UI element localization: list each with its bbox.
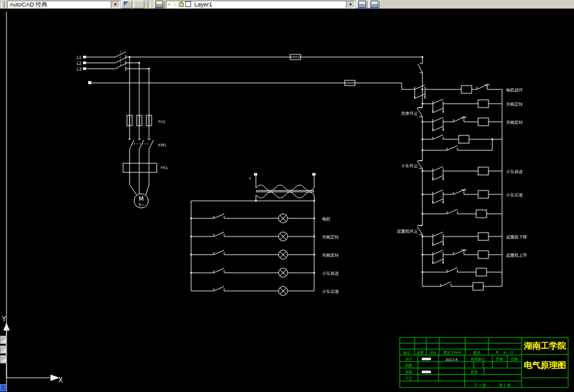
rev-header-docno: 更改文件号 [443, 351, 461, 354]
minimized-palette-icon-2[interactable] [0, 345, 7, 354]
schematic-svg: L1 L2 L3 FU1 KM1 FR1 M 3~ [0, 9, 574, 392]
motor-symbol-letter: M [139, 196, 144, 202]
rev-header-mark: 标记 [403, 351, 411, 355]
school-name: 湖南工学院 [523, 341, 566, 351]
lamp-label-motor: 电机 [322, 216, 331, 222]
field-stage-mark: 阶段标记 [471, 357, 486, 362]
phase-label-l1: L1 [76, 55, 82, 60]
field-approve: 批准 [471, 370, 479, 375]
palette-thumbnail [1, 347, 6, 352]
phase-label-l3: L3 [76, 67, 82, 72]
workspace-combobox[interactable]: AutoCAD 经典 ▾ [7, 1, 120, 8]
layer-freeze-sun-icon[interactable]: ☼ [172, 1, 178, 7]
minimized-palette-icon-3[interactable] [0, 355, 7, 363]
palette-thumbnail [1, 357, 6, 362]
layer-on-bulb-icon[interactable]: ● [168, 2, 171, 7]
workspace-combobox-value: AutoCAD 经典 [8, 1, 111, 8]
rung-label-hoist-down: 起重机下降 [506, 235, 527, 240]
chevron-down-icon[interactable]: ▾ [346, 1, 354, 8]
field-process: 工艺 [406, 376, 413, 380]
rung-label-cart-backward: 小车后退 [506, 192, 523, 198]
make-layer-current-button[interactable] [356, 1, 367, 8]
motor-phase-mark: 3~ [139, 202, 144, 207]
layer-status-icons: ● ☼ [166, 1, 192, 7]
control-ladder: 电机起停 夹阀正转 夹阀反转 小车前进 小车后退 起重机下降 起重机上升 总体停… [397, 56, 528, 290]
ucs-y-label: Y [1, 316, 6, 323]
minimized-palette-icon-1[interactable] [0, 336, 7, 344]
ucs-icon: Y X [1, 316, 63, 384]
title-block: 标记 处数 分区 更改文件号 签名 年、月、日 设计 制图 审核 工艺 阶段标记… [400, 338, 568, 387]
lamp-panel: T 电机 夹阀正转 夹阀反转 小车前进 小车后退 [190, 173, 339, 295]
overload-tag: FR1 [161, 165, 168, 170]
toolbar-grip[interactable] [1, 1, 5, 8]
layer-lock-icon[interactable] [179, 3, 184, 7]
stop-label-cart: 小车停止 [401, 163, 419, 168]
fuse-tag: FU1 [158, 119, 166, 124]
app-corner-icon[interactable] [0, 384, 6, 391]
transformer-tag: T [248, 176, 251, 181]
stop-label-hoist: 起重机停止 [397, 229, 419, 234]
lamp-label-valve-reverse: 夹阀反转 [322, 253, 339, 258]
layer-combobox[interactable]: ● ☼ Layer1 ▾ [166, 1, 355, 8]
make-layer-current-icon [358, 1, 366, 8]
toolbar-separator [148, 1, 150, 8]
rung-label-hoist-up: 起重机上升 [506, 253, 527, 258]
ucs-x-label: X [58, 376, 63, 384]
rev-header-zone: 分区 [430, 351, 437, 354]
save-workspace-icon [136, 1, 143, 7]
layer-properties-button[interactable] [154, 1, 165, 8]
field-draft: 制图 [406, 363, 413, 368]
field-review: 审核 [406, 370, 413, 374]
drawing-canvas[interactable]: L1 L2 L3 FU1 KM1 FR1 M 3~ [0, 9, 574, 392]
control-feed-lines [88, 80, 402, 89]
layer-properties-icon [155, 1, 163, 8]
phase-label-l2: L2 [76, 61, 82, 66]
field-scale: 比例 [511, 357, 518, 362]
layer-previous-button[interactable] [369, 1, 380, 8]
lamp-label-cart-forward: 小车前进 [322, 271, 339, 276]
rev-header-date: 年、月、日 [496, 351, 514, 355]
rev-header-sign: 签名 [474, 351, 481, 355]
drawing-title: 电气原理图 [524, 360, 566, 370]
layer-color-swatch[interactable] [185, 1, 191, 7]
palette-thumbnail [1, 338, 6, 342]
contactor-tag: KM1 [158, 143, 166, 147]
rev-header-count: 处数 [417, 351, 425, 355]
save-workspace-button[interactable] [133, 1, 144, 8]
field-design: 设计 [406, 357, 413, 361]
field-weight: 质量 [496, 357, 504, 361]
chevron-down-icon[interactable]: ▾ [111, 1, 119, 8]
layer-previous-icon [371, 1, 378, 8]
field-sheet-total: 共 1 张 [474, 383, 486, 387]
field-date-value: 2013.6 [445, 358, 458, 362]
layer-combobox-value: Layer1 [192, 1, 346, 8]
autocad-window: AutoCAD 经典 ▾ ● ☼ Layer1 ▾ [0, 0, 574, 392]
rung-label-valve-reverse: 夹阀反转 [506, 120, 523, 125]
lamp-label-cart-backward: 小车后退 [322, 289, 339, 294]
workspace-settings-icon [124, 1, 130, 7]
stop-label-master: 总体停止 [400, 111, 419, 116]
rung-label-valve-forward: 夹阀正转 [506, 102, 523, 107]
rung-label-cart-forward: 小车前进 [506, 169, 523, 174]
field-sheet-no: 第 1 张 [499, 383, 511, 387]
top-toolbar: AutoCAD 经典 ▾ ● ☼ Layer1 ▾ [0, 0, 574, 9]
lamp-label-valve-forward: 夹阀正转 [322, 235, 339, 240]
power-circuit: L1 L2 L3 FU1 KM1 FR1 M 3~ [76, 51, 422, 208]
rung-label-motor-startstop: 电机起停 [506, 87, 523, 93]
workspace-settings-button[interactable] [121, 1, 132, 8]
